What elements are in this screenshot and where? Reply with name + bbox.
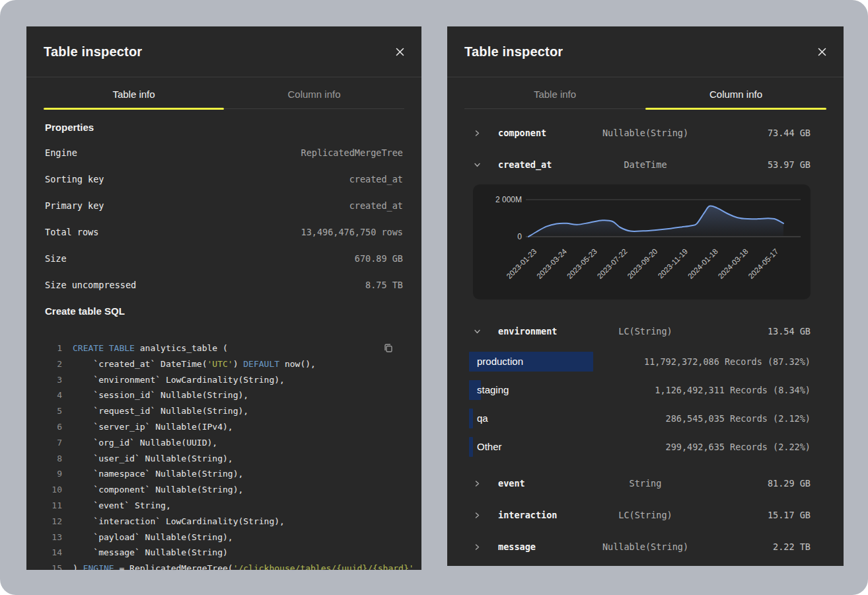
sql-line: 4 `session_id` Nullable(String), — [45, 387, 403, 403]
table-info-content: Properties Engine ReplicatedMergeTree So… — [26, 121, 421, 570]
sql-line: 13 `payload` Nullable(String), — [45, 530, 403, 545]
sql-line: 6 `server_ip` Nullable(IPv4), — [45, 419, 403, 435]
dialog-title: Table inspector — [44, 44, 142, 60]
column-size: 73.44 GB — [768, 128, 811, 138]
column-size: 13.54 GB — [768, 326, 811, 337]
value-label: qa — [469, 413, 488, 424]
x-tick-label: 2024-01-18 — [686, 247, 719, 280]
created-at-distribution-chart: 2 000M 0 2023-01-232023-03-242023-05-232… — [473, 184, 811, 299]
column-name: environment — [498, 326, 557, 337]
sql-line: 11 `event` String, — [45, 498, 403, 514]
line-number: 14 — [45, 545, 62, 561]
sql-line: 9 `namespace` Nullable(String), — [45, 466, 403, 482]
sql-code: 1CREATE TABLE analytics_table (2 `create… — [45, 340, 403, 570]
tab-table-info[interactable]: Table info — [464, 77, 645, 108]
property-value: 670.89 GB — [355, 253, 403, 264]
line-number: 3 — [45, 372, 62, 388]
value-label: Other — [469, 441, 502, 452]
chevron-down-icon — [474, 328, 481, 335]
sql-line: 15) ENGINE = ReplicatedMergeTree('/click… — [45, 561, 403, 570]
line-number: 9 — [45, 466, 62, 482]
tab-bar: Table info Column info — [464, 77, 826, 109]
property-value: ReplicatedMergeTree — [301, 147, 403, 158]
sql-line: 5 `request_id` Nullable(String), — [45, 403, 403, 419]
dialog-title: Table inspector — [464, 44, 563, 60]
value-label: production — [469, 356, 523, 367]
property-value: created_at — [349, 174, 403, 184]
value-bar-container: staging — [469, 380, 655, 400]
sql-line: 2 `created_at` DateTime('UTC') DEFAULT n… — [45, 356, 403, 372]
value-records: 11,792,372,086 Records (87.32%) — [644, 356, 811, 367]
property-label: Size — [45, 253, 67, 264]
property-label: Size uncompressed — [45, 280, 136, 290]
env-value-row-qa: qa 286,545,035 Records (2.12%) — [447, 404, 844, 432]
sql-line: 8 `user_id` Nullable(String), — [45, 451, 403, 467]
y-tick-zero: 0 — [517, 232, 522, 241]
column-name: event — [498, 478, 525, 489]
chevron-down-icon — [474, 161, 481, 169]
properties-heading: Properties — [45, 121, 403, 134]
line-number: 12 — [45, 514, 62, 530]
column-row-created-at[interactable]: created_at DateTime 53.97 GB — [447, 149, 844, 180]
copy-sql-button[interactable] — [379, 339, 396, 356]
y-tick-max: 2 000M — [495, 195, 522, 204]
column-row-event[interactable]: event String 81.29 GB — [447, 467, 844, 499]
property-label: Sorting key — [45, 174, 104, 184]
column-size: 53.97 GB — [768, 159, 811, 170]
column-name: component — [498, 128, 546, 138]
dialog-header: Table inspector — [447, 26, 844, 77]
value-bar-container: Other — [469, 437, 666, 457]
app-background: Table inspector Table info Column info P… — [0, 0, 868, 595]
copy-icon — [382, 342, 394, 354]
column-size: 81.29 GB — [768, 478, 811, 489]
line-number: 11 — [45, 498, 62, 514]
value-label: staging — [469, 384, 509, 395]
value-records: 299,492,635 Records (2.22%) — [666, 442, 811, 452]
sql-line: 1CREATE TABLE analytics_table ( — [45, 340, 403, 356]
column-size: 2.22 TB — [773, 541, 811, 552]
column-row-message[interactable]: message Nullable(String) 2.22 TB — [447, 531, 844, 563]
x-axis-labels: 2023-01-232023-03-242023-05-232023-07-22… — [505, 247, 779, 281]
tab-bar: Table info Column info — [44, 77, 404, 109]
line-number: 2 — [45, 356, 62, 372]
column-row-interaction[interactable]: interaction LC(String) 15.17 GB — [447, 499, 844, 531]
line-number: 8 — [45, 451, 62, 467]
x-tick-label: 2024-03-18 — [717, 247, 750, 280]
line-number: 5 — [45, 403, 62, 419]
property-row-primary-key: Primary key created_at — [45, 192, 403, 219]
tab-table-info[interactable]: Table info — [44, 77, 224, 108]
create-table-sql-heading: Create table SQL — [45, 305, 403, 318]
sql-line: 10 `component` Nullable(String), — [45, 482, 403, 498]
x-tick-label: 2023-11-19 — [657, 247, 689, 280]
value-records: 1,126,492,311 Records (8.34%) — [655, 385, 811, 395]
tab-column-info[interactable]: Column info — [224, 77, 404, 108]
value-records: 286,545,035 Records (2.12%) — [666, 413, 811, 424]
env-value-row-production: production 11,792,372,086 Records (87.32… — [447, 347, 844, 376]
chevron-right-icon — [474, 130, 481, 137]
close-button[interactable] — [390, 42, 410, 61]
value-bar-container: qa — [469, 409, 666, 428]
x-tick-label: 2023-05-23 — [565, 247, 598, 280]
property-label: Engine — [45, 147, 77, 158]
value-bar-container: production — [469, 352, 644, 372]
line-number: 10 — [45, 482, 62, 498]
x-tick-label: 2023-07-22 — [596, 247, 629, 280]
line-number: 15 — [45, 561, 62, 570]
column-row-environment[interactable]: environment LC(String) 13.54 GB — [447, 315, 844, 347]
close-button[interactable] — [812, 42, 832, 61]
column-name: interaction — [498, 510, 557, 520]
column-size: 15.17 GB — [768, 510, 811, 520]
property-value: 13,496,476,750 rows — [301, 227, 403, 237]
env-value-row-other: Other 299,492,635 Records (2.22%) — [447, 432, 844, 461]
line-number: 7 — [45, 435, 62, 451]
property-value: created_at — [349, 200, 403, 211]
chart-area-fill — [528, 206, 783, 237]
env-value-row-staging: staging 1,126,492,311 Records (8.34%) — [447, 376, 844, 404]
column-row-component[interactable]: component Nullable(String) 73.44 GB — [447, 117, 844, 149]
tab-column-info[interactable]: Column info — [645, 77, 826, 108]
table-inspector-dialog-table-info: Table inspector Table info Column info P… — [26, 26, 421, 570]
sql-line: 14 `message` Nullable(String) — [45, 545, 403, 561]
property-label: Total rows — [45, 227, 98, 237]
column-name: message — [498, 541, 536, 552]
close-icon — [817, 47, 827, 57]
